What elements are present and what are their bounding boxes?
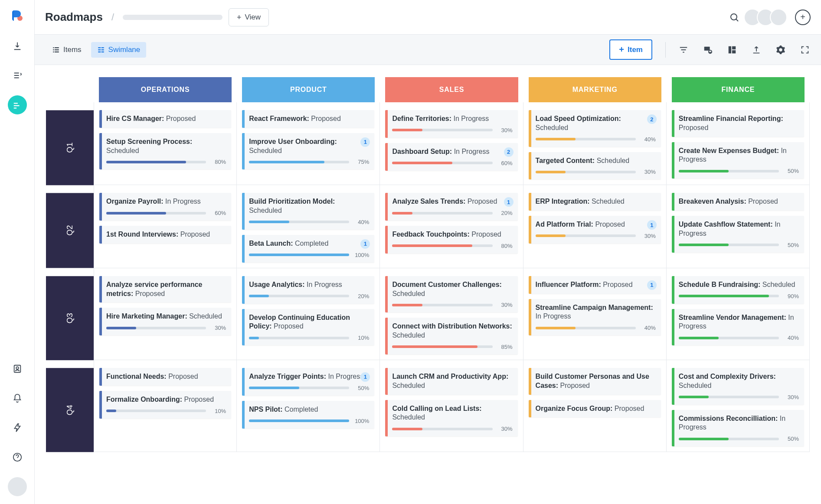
- settings-icon[interactable]: [776, 45, 785, 55]
- avatar[interactable]: [770, 9, 787, 26]
- nav-import-icon[interactable]: [8, 36, 27, 55]
- link-icon[interactable]: [703, 45, 713, 55]
- card-title: Improve User Onboarding:: [249, 138, 337, 145]
- svg-rect-19: [729, 46, 731, 53]
- svg-rect-21: [732, 50, 736, 53]
- roadmap-card[interactable]: NPS Pilot: Completed100%: [242, 401, 374, 429]
- topbar: Roadmaps / + View +: [35, 0, 821, 35]
- tab-swimlane[interactable]: Swimlane: [91, 42, 147, 58]
- collaborator-avatars[interactable]: [744, 9, 787, 26]
- roadmap-card[interactable]: Analyze Sales Trends: Proposed20%1: [385, 193, 517, 221]
- roadmap-card[interactable]: 1st Round Interviews: Proposed: [99, 226, 231, 244]
- progress-bar: [249, 161, 349, 163]
- add-item-button[interactable]: + Item: [609, 39, 652, 60]
- nav-actions-icon[interactable]: [8, 418, 27, 437]
- progress-bar: [249, 337, 349, 339]
- roadmap-card[interactable]: Define Territories: In Progress30%: [385, 110, 517, 138]
- column-header-product: PRODUCT: [242, 77, 375, 102]
- layout-icon[interactable]: [727, 45, 737, 55]
- nav-contacts-icon[interactable]: [8, 359, 27, 378]
- progress-bar: [536, 171, 636, 173]
- roadmap-card[interactable]: Ad Platform Trial: Proposed30%1: [529, 216, 661, 244]
- nav-roadmap-icon[interactable]: [8, 95, 27, 114]
- card-status: In Progress: [165, 198, 201, 205]
- add-collaborator-button[interactable]: +: [795, 10, 811, 25]
- progress-bar: [106, 327, 206, 329]
- roadmap-card[interactable]: Streamline Vendor Management: In Progres…: [672, 309, 804, 346]
- roadmap-card[interactable]: Targeted Content: Scheduled30%: [529, 152, 661, 180]
- progress-bar: [679, 438, 779, 440]
- card-status: Completed: [285, 406, 318, 413]
- lane-cell: Define Territories: In Progress30%Dashbo…: [380, 102, 523, 185]
- roadmap-card[interactable]: Setup Screening Process: Scheduled80%: [99, 133, 231, 170]
- nav-help-icon[interactable]: [8, 448, 27, 467]
- svg-point-4: [731, 14, 737, 20]
- nav-notifications-icon[interactable]: [8, 389, 27, 408]
- roadmap-card[interactable]: React Framework: Proposed: [242, 110, 374, 128]
- roadmap-card[interactable]: Build Customer Personas and Use Cases: P…: [529, 368, 661, 395]
- card-title: Update Cashflow Statement:: [679, 221, 775, 228]
- card-status: Scheduled: [189, 312, 222, 320]
- view-button[interactable]: + View: [229, 8, 269, 26]
- progress-percent: 80%: [210, 159, 226, 165]
- quarter-label-q2: Q2: [46, 193, 94, 268]
- roadmap-card[interactable]: Organize Focus Group: Proposed: [529, 400, 661, 418]
- fullscreen-icon[interactable]: [800, 45, 810, 55]
- roadmap-card[interactable]: Usage Analytics: In Progress20%: [242, 276, 374, 304]
- svg-rect-6: [55, 47, 59, 48]
- progress-bar: [392, 129, 492, 131]
- progress-bar: [106, 161, 206, 163]
- roadmap-card[interactable]: Cost and Complexity Drivers: Scheduled30…: [672, 368, 804, 405]
- roadmap-card[interactable]: Connect with Distribution Networks: Sche…: [385, 318, 517, 354]
- roadmap-card[interactable]: Feedback Touchpoints: Proposed80%: [385, 226, 517, 254]
- roadmap-card[interactable]: Breakeven Analysis: Proposed: [672, 193, 804, 211]
- tab-items[interactable]: Items: [46, 42, 88, 58]
- roadmap-card[interactable]: Influencer Platform: Proposed1: [529, 276, 661, 294]
- progress-bar: [392, 162, 492, 164]
- filter-icon[interactable]: [679, 45, 688, 55]
- plus-icon: +: [237, 13, 242, 21]
- search-icon[interactable]: [729, 12, 739, 23]
- roadmap-card[interactable]: Build Prioritization Model: Scheduled40%: [242, 193, 374, 230]
- roadmap-card[interactable]: Create New Expenses Budget: In Progress5…: [672, 142, 804, 179]
- svg-point-2: [16, 367, 19, 369]
- roadmap-card[interactable]: Functional Needs: Proposed: [99, 368, 231, 386]
- roadmap-card[interactable]: Beta Launch: Completed100%1: [242, 235, 374, 263]
- roadmap-card[interactable]: Hire Marketing Manager: Scheduled30%: [99, 308, 231, 335]
- breadcrumb-placeholder: [123, 15, 222, 20]
- export-icon[interactable]: [752, 45, 761, 55]
- card-title: Define Territories:: [392, 115, 453, 122]
- svg-rect-9: [53, 51, 54, 52]
- roadmap-card[interactable]: Organize Payroll: In Progress60%: [99, 193, 231, 221]
- card-title: Beta Launch:: [249, 240, 295, 247]
- roadmap-card[interactable]: Streamline Financial Reporting: Proposed: [672, 110, 804, 137]
- progress-percent: 40%: [783, 335, 799, 341]
- lane-cell: Organize Payroll: In Progress60%1st Roun…: [94, 185, 237, 268]
- card-status: Scheduled: [592, 198, 625, 205]
- roadmap-card[interactable]: Formalize Onboarding: Proposed10%: [99, 391, 231, 419]
- roadmap-card[interactable]: Commissions Reconcilliation: In Progress…: [672, 410, 804, 447]
- roadmap-card[interactable]: Document Customer Challenges: Scheduled3…: [385, 276, 517, 313]
- progress-percent: 10%: [353, 335, 369, 341]
- roadmap-card[interactable]: Analyze Trigger Points: In Progress50%1: [242, 368, 374, 396]
- card-status: Scheduled: [392, 332, 425, 339]
- roadmap-card[interactable]: Develop Continuing Education Policy: Pro…: [242, 309, 374, 346]
- roadmap-card[interactable]: Launch CRM and Productivity App: Schedul…: [385, 368, 517, 395]
- roadmap-card[interactable]: Improve User Onboarding: Scheduled75%1: [242, 133, 374, 170]
- lane-cell: Analyze Trigger Points: In Progress50%1N…: [237, 360, 380, 452]
- progress-bar: [679, 244, 779, 246]
- roadmap-card[interactable]: Update Cashflow Statement: In Progress50…: [672, 216, 804, 253]
- roadmap-card[interactable]: Analyze service performance metrics: Pro…: [99, 276, 231, 303]
- progress-bar: [106, 410, 206, 412]
- roadmap-card[interactable]: Schedule B Fundraising: Scheduled90%: [672, 276, 804, 304]
- roadmap-card[interactable]: Cold Calling on Lead Lists: Scheduled30%: [385, 400, 517, 437]
- card-title: Create New Expenses Budget:: [679, 147, 781, 154]
- card-title: Analyze Sales Trends:: [392, 198, 467, 205]
- roadmap-card[interactable]: Load Speed Optimization: Scheduled40%2: [529, 110, 661, 147]
- nav-list-icon[interactable]: [8, 66, 27, 85]
- roadmap-card[interactable]: Dashboard Setup: In Progress60%2: [385, 143, 517, 171]
- roadmap-card[interactable]: Hire CS Manager: Proposed: [99, 110, 231, 128]
- user-avatar[interactable]: [8, 477, 27, 496]
- roadmap-card[interactable]: ERP Integration: Scheduled: [529, 193, 661, 211]
- roadmap-card[interactable]: Streamline Campaign Management: In Progr…: [529, 299, 661, 336]
